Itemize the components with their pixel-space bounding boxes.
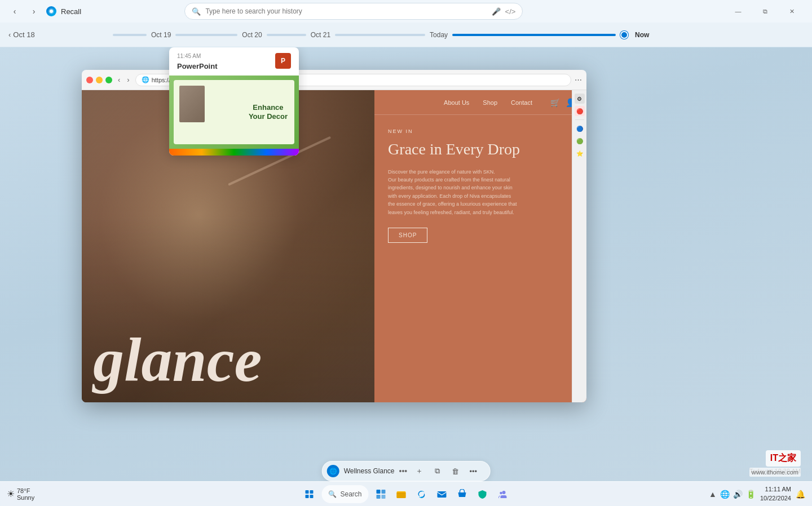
more-icon: ••• bbox=[469, 467, 477, 476]
shop-button[interactable]: SHOP bbox=[388, 228, 427, 243]
volume-icon[interactable]: 🔊 bbox=[733, 490, 743, 499]
watermark: IT之家 www.ithome.com bbox=[749, 450, 801, 477]
browser-forward-btn[interactable]: › bbox=[125, 74, 131, 85]
restore-button[interactable]: ⧉ bbox=[752, 2, 778, 20]
timeline-bar-oct21[interactable] bbox=[335, 34, 425, 36]
search-input[interactable] bbox=[205, 7, 487, 15]
active-window-overflow[interactable]: ••• bbox=[399, 467, 408, 476]
oct19-label[interactable]: Oct 19 bbox=[151, 31, 171, 39]
website-content: NEW IN Grace in Every Drop Discover the … bbox=[374, 115, 586, 402]
taskbar-app-teams[interactable] bbox=[494, 485, 512, 503]
browser-traffic-lights bbox=[86, 77, 112, 83]
popup-app-name: PowerPoint bbox=[177, 62, 218, 70]
battery-icon[interactable]: 🔋 bbox=[746, 490, 756, 499]
ext-icon-1[interactable]: ⚙ bbox=[575, 94, 585, 104]
system-clock[interactable]: 11:11 AM 10/22/2024 bbox=[760, 485, 791, 503]
product-headline: Grace in Every Drop bbox=[388, 140, 573, 159]
browser-back-btn[interactable]: ‹ bbox=[116, 74, 122, 85]
ppt-color-bar bbox=[169, 149, 299, 156]
more-options-btn[interactable]: ••• bbox=[466, 464, 480, 478]
taskbar-app-widgets[interactable] bbox=[372, 485, 390, 503]
watermark-url: www.ithome.com bbox=[749, 468, 801, 477]
notification-icon[interactable]: 🔔 bbox=[796, 490, 805, 499]
close-button[interactable]: ✕ bbox=[779, 2, 805, 20]
oct20-label[interactable]: Oct 20 bbox=[242, 31, 262, 39]
timeline-bar-oct18[interactable] bbox=[113, 34, 147, 36]
active-window-label: Wellness Glance bbox=[344, 467, 395, 475]
taskbar-app-store[interactable] bbox=[453, 485, 471, 503]
oct18-label[interactable]: Oct 18 bbox=[13, 30, 34, 39]
ext-icon-3[interactable]: 🔵 bbox=[575, 123, 585, 134]
browser-chrome: ‹ › 🌐 https://wellnessglance.com ⋯ bbox=[82, 70, 586, 90]
sidebar-divider bbox=[575, 119, 584, 120]
website-product-section: About Us Shop Contact 🛒 👤 NEW IN Grace i… bbox=[374, 90, 586, 402]
svg-rect-2 bbox=[382, 490, 386, 494]
extensions-btn[interactable]: ⋯ bbox=[575, 76, 582, 84]
win-sq-2 bbox=[310, 490, 313, 494]
nav-contact[interactable]: Contact bbox=[511, 99, 532, 106]
search-bar[interactable]: 🔍 🎤 </> bbox=[184, 3, 523, 20]
timeline-bar-today[interactable] bbox=[452, 34, 616, 36]
taskbar-app-explorer[interactable] bbox=[392, 485, 411, 503]
browser-close-btn[interactable] bbox=[86, 77, 93, 83]
active-window-icon: 🌐 bbox=[327, 465, 339, 477]
start-button[interactable] bbox=[300, 485, 318, 503]
product-description: Discover the pure elegance of nature wit… bbox=[388, 168, 573, 216]
timeline-bar-oct19[interactable] bbox=[175, 34, 237, 36]
site-favicon: 🌐 bbox=[142, 76, 149, 83]
taskbar-search[interactable]: 🔍 Search bbox=[321, 485, 368, 503]
ppt-slide: EnhanceYour Decor bbox=[174, 80, 294, 144]
active-window-bar[interactable]: 🌐 Wellness Glance ••• ＋ ⧉ 🗑 ••• bbox=[322, 461, 491, 481]
system-tray: ▲ 🌐 🔊 🔋 bbox=[709, 490, 756, 499]
win-sq-4 bbox=[310, 495, 313, 498]
browser-window[interactable]: ‹ › 🌐 https://wellnessglance.com ⋯ gla bbox=[82, 70, 586, 402]
watermark-text: IT之家 bbox=[766, 450, 801, 467]
oct21-label[interactable]: Oct 21 bbox=[311, 31, 330, 39]
main-content: ‹ › 🌐 https://wellnessglance.com ⋯ gla bbox=[0, 47, 812, 481]
minimize-button[interactable]: — bbox=[725, 2, 751, 20]
browser-globe-icon: 🌐 bbox=[329, 468, 337, 475]
taskbar-app-mail[interactable] bbox=[433, 485, 451, 503]
weather-widget[interactable]: ☀ 78°F Sunny bbox=[7, 487, 34, 501]
browser-minimize-btn[interactable] bbox=[96, 77, 103, 83]
back-arrow-icon: ‹ bbox=[8, 30, 11, 39]
popup-time: 11:45 AM bbox=[177, 53, 218, 59]
ppt-slide-image bbox=[179, 86, 205, 122]
browser-maximize-btn[interactable] bbox=[105, 77, 112, 83]
copy-btn[interactable]: ⧉ bbox=[430, 464, 444, 478]
nav-shop[interactable]: Shop bbox=[483, 99, 497, 106]
taskbar-app-security[interactable] bbox=[474, 485, 492, 503]
new-in-badge: NEW IN bbox=[388, 128, 573, 134]
taskbar-center: 🔍 Search bbox=[300, 485, 511, 503]
delete-btn[interactable]: 🗑 bbox=[448, 464, 462, 478]
ppt-slide-title: EnhanceYour Decor bbox=[249, 103, 288, 121]
clock-time: 11:11 AM bbox=[760, 485, 791, 494]
website-navigation: About Us Shop Contact 🛒 👤 bbox=[374, 90, 586, 115]
back-button[interactable]: ‹ bbox=[7, 3, 23, 19]
ext-icon-2[interactable]: 🔴 bbox=[575, 106, 585, 116]
add-to-collection-btn[interactable]: ＋ bbox=[412, 464, 426, 478]
now-label[interactable]: Now bbox=[635, 31, 649, 39]
win-sq-1 bbox=[305, 490, 308, 494]
mic-icon[interactable]: 🎤 bbox=[492, 7, 501, 16]
network-icon[interactable]: 🌐 bbox=[720, 490, 730, 499]
powerpoint-popup[interactable]: 11:45 AM PowerPoint P EnhanceYour Decor bbox=[169, 47, 299, 156]
cart-icon[interactable]: 🛒 bbox=[550, 98, 560, 107]
powerpoint-icon: P bbox=[275, 53, 291, 69]
popup-preview: EnhanceYour Decor bbox=[169, 76, 299, 149]
timeline-back-button[interactable]: ‹ Oct 18 bbox=[8, 30, 35, 39]
code-icon[interactable]: </> bbox=[505, 7, 516, 16]
chevron-up-icon[interactable]: ▲ bbox=[709, 490, 717, 499]
ext-icon-5[interactable]: ⭐ bbox=[575, 148, 585, 158]
browser-action-buttons: ⋯ bbox=[575, 76, 582, 84]
svg-rect-7 bbox=[438, 491, 447, 498]
taskbar-app-edge[interactable] bbox=[413, 485, 431, 503]
nav-about[interactable]: About Us bbox=[444, 99, 469, 106]
timeline-bar-oct20[interactable] bbox=[267, 34, 306, 36]
forward-button[interactable]: › bbox=[26, 3, 42, 19]
today-label[interactable]: Today bbox=[430, 31, 448, 39]
window-controls: — ⧉ ✕ bbox=[725, 2, 805, 20]
ext-icon-4[interactable]: 🟢 bbox=[575, 136, 585, 146]
timeline: ‹ Oct 18 Oct 19 Oct 20 Oct 21 Today Now bbox=[0, 23, 812, 47]
search-icon: 🔍 bbox=[192, 7, 201, 16]
